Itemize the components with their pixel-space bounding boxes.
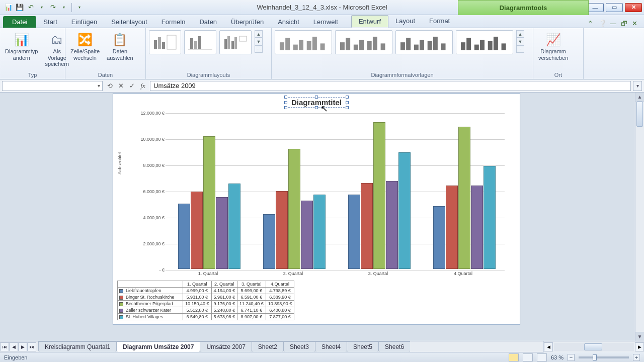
chart-layout-2[interactable] [184,30,216,54]
layout-gallery-more[interactable]: ⋯ [255,45,263,53]
bar[interactable] [301,201,313,269]
sheet-tab[interactable]: Sheet4 [315,341,347,352]
style-gallery-up[interactable]: ▲ [516,30,524,38]
window-min-icon[interactable]: — [610,20,618,28]
bar[interactable] [263,214,275,269]
chart-style-4[interactable] [456,30,513,54]
tab-start[interactable]: Start [36,16,64,28]
scroll-thumb[interactable] [636,102,643,127]
sheet-tab[interactable]: Sheet3 [283,341,315,352]
bar[interactable] [484,166,496,269]
formula-refresh-icon[interactable]: ⟲ [105,81,115,91]
sheet-tab[interactable]: Diagramm Umsätze 2007 [116,341,200,352]
name-box[interactable]: ▾ [2,81,103,91]
cancel-edit-button[interactable]: ✕ [116,81,126,91]
zoom-in-button[interactable]: + [633,354,640,361]
view-pagebreak-button[interactable] [537,353,547,361]
bar[interactable] [216,197,228,269]
chart-title[interactable]: Diagrammtitel [286,97,347,108]
scroll-up-icon[interactable]: ▲ [635,93,644,102]
chart-layout-3[interactable] [219,30,252,54]
formula-input[interactable] [150,81,631,91]
save-icon[interactable]: 💾 [15,3,24,12]
maximize-button[interactable]: ▭ [606,3,623,12]
sheet-tab[interactable]: Sheet5 [347,341,379,352]
tab-seitenlayout[interactable]: Seitenlayout [104,16,154,28]
qat-customize-icon[interactable]: ▾ [75,3,84,12]
bar[interactable] [191,192,203,269]
tab-layout[interactable]: Layout [388,15,422,28]
bar[interactable] [398,152,411,269]
help-icon[interactable]: ❔ [599,20,607,28]
sheet-nav-prev[interactable]: ◀ [9,342,18,351]
redo-icon[interactable]: ↷ [48,3,57,12]
tab-format[interactable]: Format [422,15,457,28]
undo-icon[interactable]: ↶ [26,3,35,12]
confirm-edit-button[interactable]: ✓ [127,81,137,91]
sheet-nav-first[interactable]: ⏮ [0,342,9,351]
tab-file[interactable]: Datei [3,16,36,28]
select-data-button[interactable]: 📋Daten auswählen [105,30,135,62]
hscroll-right-icon[interactable]: ▶ [635,342,644,351]
zoom-slider[interactable] [579,356,629,358]
hscroll-thumb[interactable] [584,343,602,350]
minimize-button[interactable]: — [587,3,604,12]
style-gallery-down[interactable]: ▼ [516,38,524,45]
chart-object[interactable]: Diagrammtitel ↖ Achsentitel 12.000,00 €1… [113,94,520,325]
horizontal-scrollbar[interactable]: ◀ ▶ [543,341,644,352]
window-restore-icon[interactable]: 🗗 [621,20,629,28]
sheet-nav-last[interactable]: ⏭ [27,342,36,351]
tab-lernwelt[interactable]: Lernwelt [306,16,345,28]
redo-more-icon[interactable]: ▾ [59,3,68,12]
bar[interactable] [386,181,398,269]
layout-gallery-up[interactable]: ▲ [255,30,263,38]
style-gallery-more[interactable]: ⋯ [516,45,524,53]
plot-area[interactable] [166,113,505,269]
worksheet-area[interactable]: Diagrammtitel ↖ Achsentitel 12.000,00 €1… [0,93,644,341]
chart-style-2[interactable] [335,30,392,54]
tab-überprüfen[interactable]: Überprüfen [224,16,271,28]
view-pagelayout-button[interactable] [523,353,533,361]
chart-layout-1[interactable] [149,30,181,54]
sheet-tab[interactable]: Sheet6 [378,341,410,352]
chart-style-3[interactable] [395,30,453,54]
switch-row-col-button[interactable]: 🔀Zeile/Spalte wechseln [68,30,102,62]
layout-gallery-down[interactable]: ▼ [255,38,263,45]
move-chart-button[interactable]: 📈Diagramm verschieben [536,30,570,62]
undo-more-icon[interactable]: ▾ [37,3,46,12]
ribbon-minimize-icon[interactable]: ⌃ [588,20,596,28]
bar[interactable] [313,195,326,269]
sheet-tab[interactable]: Umsätze 2007 [200,341,252,352]
chart-style-1[interactable] [275,30,332,54]
bar[interactable] [446,186,458,269]
bar[interactable] [458,127,470,269]
insert-function-button[interactable]: fx [138,81,148,91]
bar[interactable] [361,183,373,269]
scroll-down-icon[interactable]: ▼ [635,332,644,341]
bar[interactable] [276,191,288,269]
sheet-tab[interactable]: Kreisdiagramm Quartal1 [38,341,117,352]
change-chart-type-button[interactable]: 📊Diagrammtyp ändern [3,30,40,62]
bar[interactable] [471,186,483,269]
tab-einfügen[interactable]: Einfügen [64,16,104,28]
zoom-out-button[interactable]: − [568,354,575,361]
tab-daten[interactable]: Daten [192,16,224,28]
bar[interactable] [288,149,300,269]
tab-formeln[interactable]: Formeln [154,16,193,28]
hscroll-left-icon[interactable]: ◀ [544,342,553,351]
bar[interactable] [228,184,240,269]
window-close-icon[interactable]: ✕ [632,20,640,28]
bar[interactable] [373,122,385,269]
vertical-scrollbar[interactable]: ▲ ▼ [635,93,644,341]
bar[interactable] [203,136,215,269]
chevron-down-icon[interactable]: ▾ [98,83,100,88]
bar[interactable] [178,204,190,269]
bar[interactable] [348,195,360,269]
close-button[interactable]: ✕ [625,3,642,12]
tab-entwurf[interactable]: Entwurf [351,15,388,28]
bar[interactable] [433,206,445,269]
tab-ansicht[interactable]: Ansicht [271,16,306,28]
expand-formula-bar[interactable]: ▾ [633,81,642,91]
sheet-tab[interactable]: Sheet2 [252,341,284,352]
view-normal-button[interactable] [509,353,519,361]
